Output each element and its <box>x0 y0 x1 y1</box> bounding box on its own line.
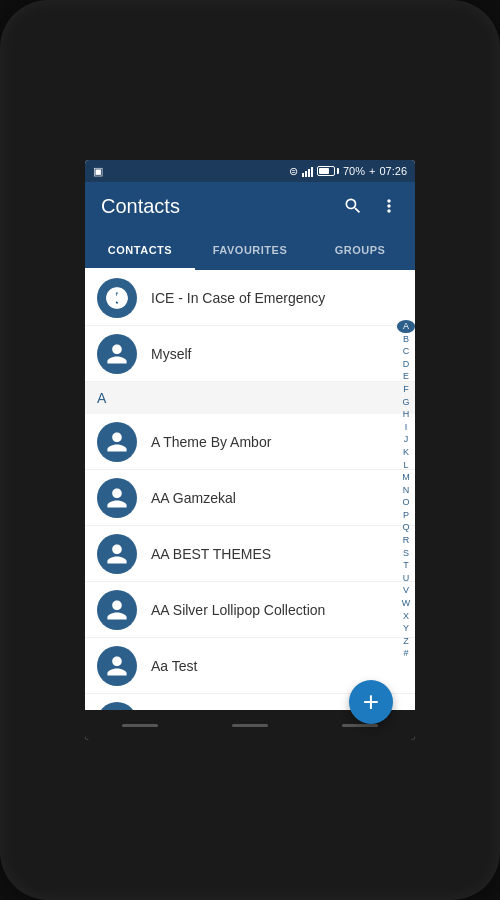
alpha-q[interactable]: Q <box>397 521 415 534</box>
search-button[interactable] <box>343 196 363 216</box>
status-bar: ▣ ⊜ 70% + 07:26 <box>85 160 415 182</box>
alpha-a[interactable]: A <box>397 320 415 333</box>
avatar-abbb <box>97 702 137 711</box>
section-letter-a: A <box>97 390 106 406</box>
ice-avatar: ✱ <box>97 278 137 318</box>
alpha-z[interactable]: Z <box>397 635 415 648</box>
search-icon <box>343 196 363 216</box>
alpha-y[interactable]: Y <box>397 622 415 635</box>
ice-icon: ✱ <box>104 285 130 311</box>
ice-name: ICE - In Case of Emergency <box>151 290 325 306</box>
nav-back[interactable] <box>122 724 158 727</box>
contact-item-a-theme[interactable]: A Theme By Ambor <box>85 414 415 470</box>
tab-contacts[interactable]: CONTACTS <box>85 230 195 270</box>
avatar-a-theme <box>97 422 137 462</box>
avatar-aa-silver <box>97 590 137 630</box>
alpha-k[interactable]: K <box>397 446 415 459</box>
phone-screen: ▣ ⊜ 70% + 07:26 <box>85 160 415 740</box>
app-bar: Contacts <box>85 182 415 230</box>
alpha-r[interactable]: R <box>397 534 415 547</box>
alpha-g[interactable]: G <box>397 396 415 409</box>
person-icon-aa-gamzekal <box>105 486 129 510</box>
alpha-i[interactable]: I <box>397 421 415 434</box>
contact-item-aa-silver[interactable]: AA Silver Lollipop Collection <box>85 582 415 638</box>
person-icon-aa-test <box>105 654 129 678</box>
person-icon-a-theme <box>105 430 129 454</box>
contact-item-aa-gamzekal[interactable]: AA Gamzekal <box>85 470 415 526</box>
a-theme-name: A Theme By Ambor <box>151 434 271 450</box>
status-right: ⊜ 70% + 07:26 <box>289 165 407 178</box>
person-icon-myself <box>105 342 129 366</box>
contact-item-ice[interactable]: ✱ ICE - In Case of Emergency <box>85 270 415 326</box>
contact-item-aa-best[interactable]: AA BEST THEMES <box>85 526 415 582</box>
alphabet-sidebar: A B C D E F G H I J K L M N O P Q R S T <box>397 270 415 710</box>
app-title: Contacts <box>101 195 180 218</box>
alpha-o[interactable]: O <box>397 496 415 509</box>
alpha-n[interactable]: N <box>397 484 415 497</box>
alpha-hash[interactable]: # <box>397 647 415 660</box>
app-bar-actions <box>343 196 399 216</box>
more-options-button[interactable] <box>379 196 399 216</box>
person-icon-abbb <box>105 710 129 711</box>
alpha-l[interactable]: L <box>397 459 415 472</box>
person-icon-aa-best <box>105 542 129 566</box>
alpha-f[interactable]: F <box>397 383 415 396</box>
alpha-t[interactable]: T <box>397 559 415 572</box>
tabs-bar: CONTACTS FAVOURITES GROUPS <box>85 230 415 270</box>
wifi-icon: ⊜ <box>289 165 298 178</box>
section-header-a: A <box>85 382 415 414</box>
tab-favourites[interactable]: FAVOURITES <box>195 230 305 270</box>
alpha-j[interactable]: J <box>397 433 415 446</box>
aa-best-name: AA BEST THEMES <box>151 546 271 562</box>
aa-test-name: Aa Test <box>151 658 197 674</box>
aa-gamzekal-name: AA Gamzekal <box>151 490 236 506</box>
alpha-m[interactable]: M <box>397 471 415 484</box>
battery-plus: + <box>369 165 375 177</box>
svg-text:✱: ✱ <box>113 292 123 304</box>
myself-name: Myself <box>151 346 191 362</box>
alpha-s[interactable]: S <box>397 547 415 560</box>
alpha-w[interactable]: W <box>397 597 415 610</box>
alpha-v[interactable]: V <box>397 584 415 597</box>
contact-list: ✱ ICE - In Case of Emergency Myself A <box>85 270 415 710</box>
alpha-b[interactable]: B <box>397 333 415 346</box>
alpha-c[interactable]: C <box>397 345 415 358</box>
tab-groups[interactable]: GROUPS <box>305 230 415 270</box>
fab-add-contact[interactable]: + <box>349 680 393 724</box>
person-icon-aa-silver <box>105 598 129 622</box>
phone-device: ▣ ⊜ 70% + 07:26 <box>0 0 500 900</box>
battery-percent: 70% <box>343 165 365 177</box>
alpha-x[interactable]: X <box>397 610 415 623</box>
alpha-p[interactable]: P <box>397 509 415 522</box>
sim-icon: ▣ <box>93 165 103 178</box>
nav-home[interactable] <box>232 724 268 727</box>
avatar-aa-gamzekal <box>97 478 137 518</box>
avatar-aa-test <box>97 646 137 686</box>
clock: 07:26 <box>379 165 407 177</box>
myself-avatar <box>97 334 137 374</box>
signal-icon <box>302 165 313 177</box>
aa-silver-name: AA Silver Lollipop Collection <box>151 602 325 618</box>
status-left: ▣ <box>93 165 103 178</box>
avatar-aa-best <box>97 534 137 574</box>
contact-item-myself[interactable]: Myself <box>85 326 415 382</box>
alpha-h[interactable]: H <box>397 408 415 421</box>
more-icon <box>379 196 399 216</box>
battery-icon <box>317 166 339 176</box>
alpha-d[interactable]: D <box>397 358 415 371</box>
alpha-u[interactable]: U <box>397 572 415 585</box>
alpha-e[interactable]: E <box>397 370 415 383</box>
